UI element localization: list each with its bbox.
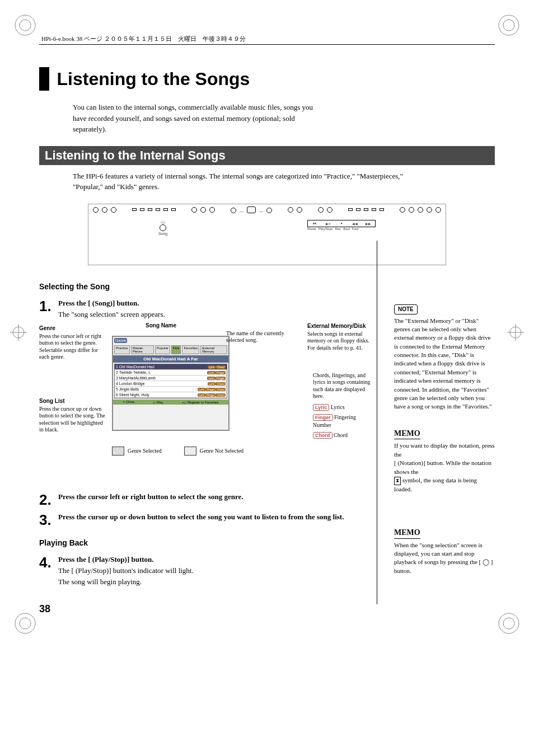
step-subtext: The song will begin playing. — [58, 577, 377, 586]
selecting-song-heading: Selecting the Song — [39, 282, 377, 291]
song-row: 1 Old MacDonald HadLyricChord — [115, 364, 227, 370]
screen-register: +◇ Register to Favorites — [182, 400, 219, 404]
svg-point-3 — [503, 20, 514, 31]
song-button-label: Song — [158, 232, 167, 236]
genre-badge: Genre — [114, 338, 127, 343]
transport-label: Reset — [307, 227, 316, 231]
section-heading: Listening to the Internal Songs — [39, 146, 495, 165]
memo-badge: MEMO — [394, 527, 420, 539]
step-number: 2. — [39, 492, 58, 507]
page-title-block: Listening to the Songs — [39, 67, 495, 91]
song-row: 4 London BridgeLyricChord — [115, 381, 227, 387]
svg-point-4 — [15, 613, 35, 633]
chord-label: Chord — [334, 432, 348, 438]
page-title: Listening to the Songs — [57, 69, 250, 90]
screen-close: × Close — [123, 400, 135, 404]
registration-mark-icon — [10, 324, 27, 341]
control-panel-diagram: —— 📖 Song ⏮ ▶/▪ ● ◀◀ ▶▶ Reset Play/Stop … — [88, 204, 446, 265]
svg-point-0 — [15, 15, 35, 35]
step-4: 4. Press the [ (Play/Stop)] button. The … — [39, 555, 377, 586]
ext-annot-text: Selects songs in external memory or on f… — [307, 331, 374, 352]
songname-annot-text: The name of the currently selected song. — [226, 330, 299, 344]
song-button-callout: 📖 Song — [158, 220, 167, 236]
song-row: 2 Twinkle Twinkle, LLyricFinger — [115, 370, 227, 375]
genre-tab: Kids — [171, 345, 181, 354]
memo1-text-b: [ (Notation)] button. While the notation… — [394, 459, 495, 476]
song-row: 3 MaryHadALittleLambLyricFinger — [115, 375, 227, 381]
ext-annot-heading: External Memory/Disk — [307, 322, 374, 330]
transport-label: Fwd — [352, 227, 358, 231]
finger-tag-icon: Finger — [313, 414, 333, 421]
lyric-label: Lyrics — [331, 404, 345, 410]
step-number: 1. — [39, 299, 58, 313]
songlist-annot-text: Press the cursor up or down button to se… — [39, 406, 106, 434]
songlist-annot-heading: Song List — [39, 397, 106, 405]
step-subtext: The [ (Play/Stop)] button's indicator wi… — [58, 566, 377, 575]
folder-closed-icon — [184, 447, 196, 456]
svg-point-5 — [20, 618, 31, 629]
genre-tab: Master-Pieces — [131, 345, 154, 354]
svg-point-6 — [499, 613, 519, 633]
transport-rec-icon: ● — [336, 222, 347, 226]
transport-fwd-icon: ▶▶ — [363, 222, 374, 226]
song-selection-screen: Genre Practice Master-Pieces Popular Kid… — [112, 336, 229, 431]
transport-label: Play/Stop — [318, 227, 333, 231]
song-row: 6 Silent Night, HolyLyricFingerChord — [115, 392, 227, 398]
genre-tab: External Memory — [200, 345, 227, 354]
chord-tag-icon: Chord — [313, 432, 332, 439]
svg-point-1 — [20, 20, 31, 31]
step-text: Press the cursor left or right button to… — [58, 492, 377, 501]
genre-selected-label: Genre Selected — [128, 448, 162, 454]
transport-bwd-icon: ◀◀ — [349, 222, 360, 226]
step-2: 2. Press the cursor left or right button… — [39, 492, 377, 507]
folder-open-icon — [112, 447, 124, 456]
corner-mark-icon — [495, 609, 523, 637]
step-subtext: The "song selection" screen appears. — [58, 310, 377, 319]
hourglass-icon: ⧗ — [394, 477, 401, 485]
memo1-text-c: symbol, the song data is being loaded. — [394, 477, 477, 492]
step-number: 3. — [39, 513, 58, 527]
songname-annot-heading: Song Name — [146, 322, 176, 328]
genre-annot-text: Press the cursor left or right button to… — [39, 333, 106, 361]
genre-tab: Favorites — [182, 345, 199, 354]
intro-paragraph: You can listen to the internal songs, co… — [73, 102, 319, 135]
step-1: 1. Press the [ (Song)] button. The "song… — [39, 299, 377, 319]
transport-reset-icon: ⏮ — [309, 222, 320, 226]
lyric-tag-icon: Lyric — [313, 404, 329, 411]
note-text: The "External Memory" or "Disk" genres c… — [394, 317, 495, 411]
corner-mark-icon — [495, 11, 523, 39]
step-3: 3. Press the cursor up or down button to… — [39, 513, 377, 527]
step-number: 4. — [39, 555, 58, 570]
step-text: Press the cursor up or down button to se… — [58, 513, 377, 522]
section-intro: The HPi-6 features a variety of internal… — [73, 171, 420, 192]
memo-badge: MEMO — [394, 428, 420, 440]
genre-tab: Popular — [155, 345, 170, 354]
memo2-text: When the "song selection" screen is disp… — [394, 541, 495, 576]
svg-point-7 — [503, 618, 514, 629]
print-header-note: HPi-6-e.book 38 ページ ２００５年１１月１５日 火曜日 午後３時… — [39, 34, 495, 45]
note-badge: NOTE — [394, 304, 418, 314]
transport-label: Bwd — [343, 227, 350, 231]
corner-mark-icon — [11, 609, 39, 637]
corner-mark-icon — [11, 11, 39, 39]
playing-back-heading: Playing Back — [39, 538, 377, 547]
transport-label: Rec — [335, 227, 341, 231]
memo1-text-a: If you want to display the notation, pre… — [394, 442, 495, 459]
step-text: Press the [ (Song)] button. — [58, 299, 377, 308]
genre-tab: Practice — [114, 345, 130, 354]
current-song-title-bar: Old MacDonald Had A Far — [113, 355, 228, 363]
genre-not-selected-label: Genre Not Selected — [200, 448, 243, 454]
genre-annot-heading: Genre — [39, 325, 106, 332]
transport-callout: ⏮ ▶/▪ ● ◀◀ ▶▶ Reset Play/Stop Rec Bwd Fw… — [307, 220, 376, 236]
title-black-bar — [39, 67, 49, 91]
screen-play: ◇ Play — [153, 400, 163, 404]
svg-point-2 — [499, 15, 519, 35]
song-row: 5 Jingle BellsLyricFingerChord — [115, 387, 227, 392]
lyrics-annot-text: Chords, fingerings, and lyrics in songs … — [313, 372, 374, 400]
registration-mark-icon — [507, 324, 524, 341]
step-text: Press the [ (Play/Stop)] button. — [58, 555, 377, 564]
screen-annotation-diagram: Genre Press the cursor left or right but… — [39, 325, 377, 481]
song-open-book-icon: 📖 — [158, 220, 167, 224]
transport-playstop-icon: ▶/▪ — [322, 222, 334, 226]
page-number: 38 — [39, 603, 377, 615]
